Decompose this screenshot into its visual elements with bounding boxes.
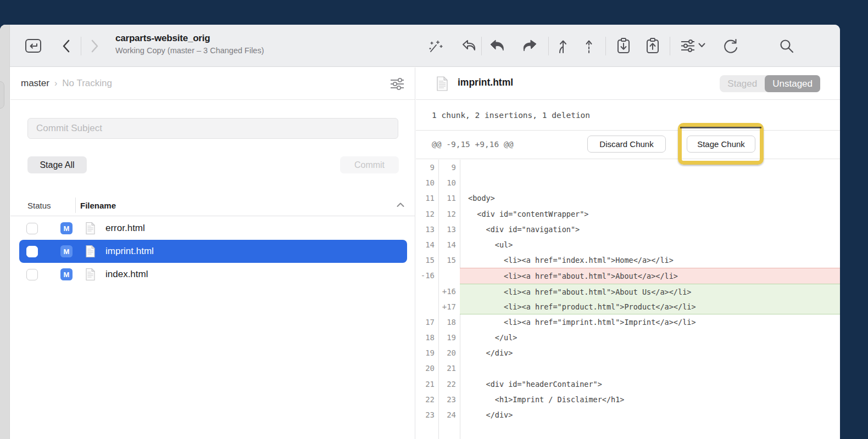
file-row-index.html[interactable]: Mindex.html (10, 263, 415, 286)
filter-settings-icon[interactable] (387, 75, 407, 93)
diff-line[interactable]: 1212 <div id="contentWrapper"> (416, 206, 840, 222)
stash-pop-icon[interactable] (519, 38, 538, 54)
new-line-number: 9 (438, 160, 460, 175)
new-line-number: 15 (438, 252, 460, 268)
diff-line[interactable]: 1414 <ul> (416, 237, 840, 252)
line-content (460, 361, 840, 376)
refresh-icon[interactable] (722, 37, 739, 55)
chevron-down-icon[interactable] (698, 42, 706, 48)
line-content: <body> (460, 190, 840, 206)
back-icon[interactable] (60, 38, 73, 54)
diff-line[interactable]: 2223 <h1>Imprint / Disclaimer</h1> (416, 392, 840, 407)
discard-chunk-button[interactable]: Discard Chunk (587, 136, 666, 153)
diff-line[interactable]: 1718 <li><a href="imprint.html">Imprint<… (416, 314, 840, 330)
old-line-number: 12 (416, 206, 438, 222)
diff-line[interactable]: 1010 (416, 175, 840, 190)
magic-wand-icon[interactable] (427, 37, 444, 55)
line-content: <li><a href="index.html">Home</a></li> (460, 252, 840, 268)
diff-line[interactable]: 2324 </div> (416, 407, 840, 423)
status-badge: M (60, 268, 73, 280)
commit-button[interactable]: Commit (340, 156, 399, 173)
old-line-number: 19 (416, 345, 438, 361)
diff-view: 9910101111<body>1212 <div id="contentWra… (416, 160, 840, 439)
file-row-error.html[interactable]: Merror.html (10, 217, 415, 240)
filename-label: error.html (105, 223, 145, 234)
toolbar-separator (481, 37, 482, 55)
new-line-number: 18 (438, 314, 460, 330)
new-line-number: 11 (438, 190, 460, 206)
document-icon (85, 222, 96, 235)
old-line-number: 14 (416, 237, 438, 252)
filename-column-header[interactable]: Filename (80, 201, 116, 210)
toolbar-separator (605, 37, 606, 55)
diff-line[interactable]: +16 <li><a href="about.html">About Us</a… (416, 284, 840, 299)
diff-line[interactable]: 1819 </ul> (416, 330, 840, 345)
document-icon (85, 268, 96, 281)
push-icon[interactable] (644, 37, 661, 55)
new-line-number: 12 (438, 206, 460, 222)
toolbar-separator (670, 37, 670, 55)
diff-line[interactable]: +17 <li><a href="product.html">Product</… (416, 299, 840, 314)
stage-all-button[interactable]: Stage All (27, 156, 87, 173)
diff-file-header: imprint.html Staged Unstaged (416, 67, 840, 100)
diff-line[interactable]: 1515 <li><a href="index.html">Home</a></… (416, 252, 840, 268)
repository-list-icon[interactable] (24, 37, 42, 54)
diff-line[interactable]: 1920 </div> (416, 345, 840, 361)
new-line-number (438, 268, 460, 283)
file-row-imprint.html[interactable]: Mimprint.html (10, 240, 415, 263)
panel-divider[interactable] (415, 67, 415, 439)
diff-line[interactable]: 2021 (416, 361, 840, 376)
rebase-icon[interactable] (583, 37, 594, 55)
stage-checkbox[interactable] (26, 246, 38, 257)
stash-apply-icon[interactable] (489, 38, 507, 54)
stage-chunk-button[interactable]: Stage Chunk (687, 136, 755, 153)
old-line-number (416, 284, 438, 299)
branch-name[interactable]: master (21, 78, 49, 89)
search-icon[interactable] (778, 37, 795, 55)
staged-segment[interactable]: Staged (720, 75, 765, 92)
diff-line[interactable]: 1111<body> (416, 190, 840, 206)
collapsed-sidebar-strip[interactable] (0, 25, 10, 439)
sidebar-handle[interactable] (0, 81, 4, 109)
line-content: <h1>Imprint / Disclaimer</h1> (460, 392, 840, 407)
new-line-number: 24 (438, 407, 460, 423)
line-content: <li><a href="product.html">Product</a></… (460, 299, 840, 314)
diff-line[interactable]: 2122 <div id="headerContainer"> (416, 376, 840, 392)
repository-title-block: carparts-website_orig Working Copy (mast… (115, 33, 264, 55)
status-badge: M (60, 222, 73, 234)
old-line-number: -16 (416, 268, 438, 283)
new-line-number: 19 (438, 330, 460, 345)
diff-line[interactable]: 1313 <div id="navigation"> (416, 222, 840, 237)
filter-options-icon[interactable] (679, 37, 697, 54)
diff-panel: imprint.html Staged Unstaged 1 chunk, 2 … (416, 67, 840, 439)
line-content (460, 160, 840, 175)
old-line-number: 23 (416, 407, 438, 423)
chunk-bar: @@ -9,15 +9,16 @@ Discard Chunk Stage Ch… (416, 131, 840, 159)
new-line-number: 20 (438, 345, 460, 361)
diff-filename: imprint.html (458, 77, 513, 88)
stage-checkbox[interactable] (26, 269, 38, 280)
unstaged-segment[interactable]: Unstaged (765, 75, 820, 92)
line-content: <div id="navigation"> (460, 222, 840, 237)
new-line-number: 21 (438, 361, 460, 376)
stage-checkbox[interactable] (26, 223, 38, 234)
undo-icon[interactable] (460, 38, 478, 54)
line-content: </ul> (460, 330, 840, 345)
main-toolbar: carparts-website_orig Working Copy (mast… (0, 25, 840, 67)
column-divider[interactable] (75, 198, 76, 213)
old-line-number: 17 (416, 314, 438, 330)
status-column-header[interactable]: Status (27, 201, 51, 210)
diff-line[interactable]: -16 <li><a href="about.html">About</a></… (416, 268, 840, 283)
forward-icon[interactable] (88, 38, 101, 54)
old-line-number: 13 (416, 222, 438, 237)
tracking-status: No Tracking (62, 78, 112, 89)
sort-chevron-up-icon[interactable] (396, 202, 405, 208)
diff-line[interactable]: 99 (416, 160, 840, 175)
working-copy-panel: master › No Tracking Stage All Commit St… (10, 67, 415, 439)
pull-icon[interactable] (615, 37, 632, 55)
commit-subject-input[interactable] (27, 118, 398, 139)
line-content: <ul> (460, 237, 840, 252)
filename-label: imprint.html (105, 246, 154, 257)
merge-branch-icon[interactable] (555, 37, 570, 55)
document-icon (85, 245, 96, 258)
